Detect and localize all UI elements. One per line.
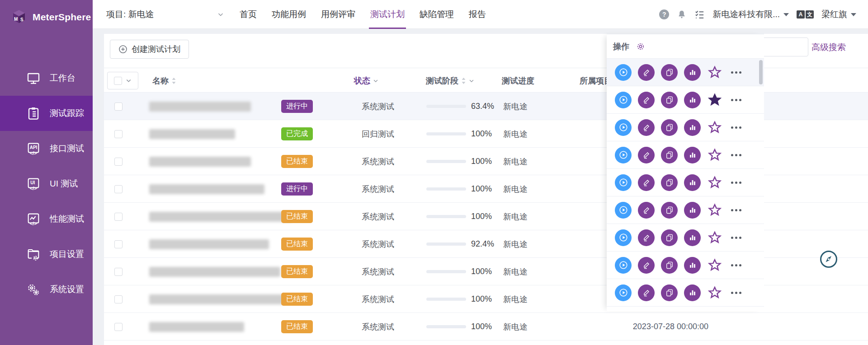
run-button[interactable] — [615, 174, 632, 191]
header-name[interactable]: 名称 — [152, 68, 176, 93]
plan-name-cell[interactable] — [149, 175, 264, 203]
star-button[interactable] — [707, 147, 722, 163]
plan-name-cell[interactable] — [149, 148, 251, 175]
more-actions-button[interactable] — [731, 99, 741, 101]
edit-button[interactable] — [638, 257, 655, 274]
sidebar-item-performance-test[interactable]: </> 性能测试 — [0, 201, 93, 237]
star-button[interactable] — [707, 65, 722, 80]
edit-button[interactable] — [638, 284, 655, 301]
edit-button[interactable] — [638, 147, 655, 163]
project-selector[interactable]: 项目: 新电途 — [106, 0, 224, 29]
header-stage[interactable]: 测试阶段 — [426, 68, 474, 93]
filter-chevron-icon[interactable] — [373, 78, 378, 84]
run-button[interactable] — [615, 257, 632, 274]
run-button[interactable] — [615, 64, 632, 81]
row-checkbox[interactable] — [114, 323, 123, 331]
plan-name-cell[interactable] — [149, 230, 269, 258]
plan-name-cell[interactable] — [149, 120, 235, 148]
more-actions-button[interactable] — [731, 237, 741, 239]
sidebar-item-ui-test[interactable]: UI </> UI 测试 — [0, 166, 93, 201]
run-button[interactable] — [615, 284, 632, 301]
edit-button[interactable] — [638, 202, 655, 219]
row-checkbox[interactable] — [114, 185, 123, 193]
star-button[interactable] — [707, 285, 722, 300]
help-icon[interactable]: ? — [659, 9, 669, 19]
report-button[interactable] — [684, 202, 701, 219]
report-button[interactable] — [684, 119, 701, 136]
run-button[interactable] — [615, 202, 632, 219]
nav-report[interactable]: 报告 — [467, 0, 487, 29]
row-checkbox[interactable] — [114, 295, 123, 303]
run-button[interactable] — [615, 147, 632, 163]
run-button[interactable] — [615, 92, 632, 108]
star-button[interactable] — [707, 92, 722, 107]
row-checkbox[interactable] — [114, 158, 123, 166]
filter-chevron-icon[interactable] — [469, 78, 474, 84]
copy-button[interactable] — [661, 257, 678, 274]
star-button[interactable] — [707, 257, 722, 273]
nav-test-plan[interactable]: 测试计划 — [369, 0, 406, 29]
sidebar-item-project-settings[interactable]: 项目设置 — [0, 237, 93, 272]
run-button[interactable] — [615, 229, 632, 246]
copy-button[interactable] — [661, 284, 678, 301]
star-button[interactable] — [707, 120, 722, 135]
sidebar-item-workbench[interactable]: 工作台 — [0, 61, 93, 96]
language-toggle[interactable]: A 文 — [797, 10, 814, 19]
more-actions-button[interactable] — [731, 292, 741, 294]
run-button[interactable] — [615, 119, 632, 136]
select-all-checkbox[interactable] — [114, 77, 122, 85]
copy-button[interactable] — [661, 202, 678, 219]
nav-case-review[interactable]: 用例评审 — [320, 0, 357, 29]
star-button[interactable] — [707, 230, 722, 245]
edit-button[interactable] — [638, 64, 655, 81]
report-button[interactable] — [684, 284, 701, 301]
report-button[interactable] — [684, 229, 701, 246]
plan-name-cell[interactable] — [149, 93, 251, 120]
copy-button[interactable] — [661, 229, 678, 246]
report-button[interactable] — [684, 257, 701, 274]
sidebar-item-system-settings[interactable]: 系统设置 — [0, 272, 93, 307]
copy-button[interactable] — [661, 147, 678, 163]
more-actions-button[interactable] — [731, 71, 741, 74]
task-center-icon[interactable] — [694, 9, 705, 20]
nav-functional-cases[interactable]: 功能用例 — [270, 0, 307, 29]
plan-name-cell[interactable] — [149, 285, 285, 313]
user-menu[interactable]: 梁红旗 — [821, 9, 856, 20]
header-status[interactable]: 状态 — [354, 68, 378, 93]
edit-button[interactable] — [638, 92, 655, 108]
star-button[interactable] — [707, 202, 722, 218]
row-checkbox[interactable] — [114, 130, 123, 138]
logo[interactable]: M S MeterSphere — [0, 0, 93, 29]
copy-button[interactable] — [661, 92, 678, 108]
copy-button[interactable] — [661, 64, 678, 81]
more-actions-button[interactable] — [731, 264, 741, 266]
report-button[interactable] — [684, 92, 701, 108]
notification-bell-icon[interactable] — [677, 9, 687, 19]
row-checkbox[interactable] — [114, 240, 123, 248]
create-test-plan-button[interactable]: 创建测试计划 — [110, 40, 189, 59]
edit-button[interactable] — [638, 229, 655, 246]
edit-button[interactable] — [638, 174, 655, 191]
sidebar-item-test-tracking[interactable]: 测试跟踪 — [0, 96, 93, 131]
advanced-search-link[interactable]: 高级搜索 — [811, 42, 846, 53]
plan-name-cell[interactable] — [149, 258, 280, 285]
row-checkbox[interactable] — [114, 103, 123, 111]
sidebar-item-api-test[interactable]: API </> 接口测试 — [0, 131, 93, 166]
copy-button[interactable] — [661, 119, 678, 136]
guide-compass-button[interactable] — [820, 250, 838, 268]
more-actions-button[interactable] — [731, 154, 741, 156]
star-button[interactable] — [707, 175, 722, 190]
org-switcher[interactable]: 新电途科技有限... — [712, 9, 789, 20]
plan-name-cell[interactable] — [149, 203, 292, 230]
table-row[interactable]: 已结束 系统测试 100% 新电途 2023-07-28 00:00:00 — [104, 313, 868, 340]
sort-icon[interactable] — [171, 77, 176, 84]
more-actions-button[interactable] — [731, 182, 741, 184]
vertical-scrollbar[interactable] — [759, 60, 763, 84]
plan-name-cell[interactable] — [149, 313, 244, 340]
report-button[interactable] — [684, 147, 701, 163]
select-all-dropdown[interactable] — [107, 72, 138, 89]
copy-button[interactable] — [661, 174, 678, 191]
column-settings-gear-icon[interactable] — [636, 42, 645, 51]
nav-defect-management[interactable]: 缺陷管理 — [418, 0, 455, 29]
sort-icon[interactable] — [461, 77, 466, 84]
